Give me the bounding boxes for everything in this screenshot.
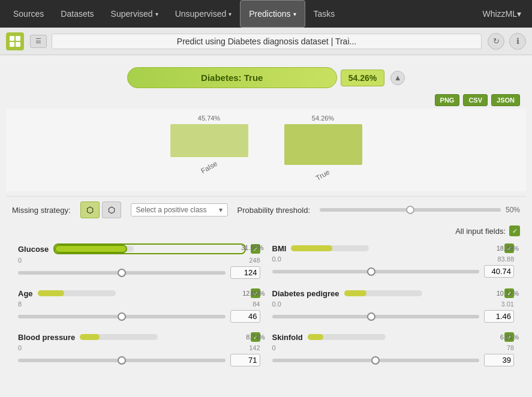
strategy-icon-2[interactable]: ⬡ [102,201,121,218]
field-bar-container-5: 6.91% [308,334,500,340]
field-slider-4[interactable] [18,359,226,362]
field-value-input-1[interactable] [484,265,514,278]
svg-rect-1 [16,36,20,41]
field-range-labels-4: 0 142 [18,344,260,351]
field-slider-row-5 [272,354,515,366]
probability-slider[interactable] [320,208,501,212]
all-input-fields-row: All input fields: ✓ [6,223,526,239]
field-pct-label-1: 18.39% [497,245,519,252]
all-input-checkbox[interactable]: ✓ [509,225,520,236]
info-icon[interactable]: ℹ [509,33,526,50]
field-value-input-5[interactable] [484,354,514,366]
strategy-icon-group: ⬡ ⬡ [80,201,121,218]
field-slider-row-1 [272,265,515,278]
nav-sources[interactable]: Sources [5,0,52,28]
field-pct-fill-5 [308,334,323,340]
field-range-labels-2: 8 84 [18,300,260,308]
field-slider-0[interactable] [18,271,226,275]
field-value-input-4[interactable] [230,354,260,366]
true-axis-label: True [314,168,331,182]
true-pct-label: 54.26% [312,115,334,122]
user-caret-icon: ▾ [517,9,521,19]
field-range-labels-1: 0.0 83.88 [272,255,515,263]
prediction-chart: 45.74% False 54.26% True [6,109,526,191]
field-name-4: Blood pressure [18,333,75,342]
field-slider-3[interactable] [272,315,480,318]
positive-class-select[interactable]: Select a positive class ▾ [131,203,228,216]
nav-datasets[interactable]: Datasets [52,0,102,28]
refresh-icon[interactable]: ↻ [488,33,504,50]
predictions-caret-icon: ▾ [293,11,296,17]
unsupervised-caret-icon: ▾ [229,11,232,17]
field-slider-row-3 [272,310,515,323]
field-bar-container-0: 31.55% [53,243,245,254]
field-slider-thumb-5[interactable] [371,356,380,365]
field-slider-thumb-0[interactable] [118,269,126,277]
field-slider-2[interactable] [18,315,226,318]
navbar: Sources Datasets Supervised ▾ Unsupervis… [0,0,532,28]
field-header-4: Blood pressure 8.74% ✓ [18,332,260,342]
export-csv-button[interactable]: CSV [463,94,488,106]
field-pct-bar-0 [56,246,134,252]
page-title: Predict using Diabetes diagnosis dataset… [52,34,482,49]
field-slider-thumb-4[interactable] [118,356,126,365]
probability-slider-thumb[interactable] [406,206,414,214]
export-png-button[interactable]: PNG [435,94,460,106]
field-slider-thumb-3[interactable] [367,312,375,321]
nav-user[interactable]: WhizzML ▾ [476,9,527,19]
all-input-label: All input fields: [455,227,506,236]
nav-unsupervised[interactable]: Unsupervised ▾ [167,0,241,28]
strategy-icon-1[interactable]: ⬡ [80,201,100,218]
field-name-5: Skinfold [272,333,303,342]
field-range-labels-3: 0.0 3.01 [272,300,515,308]
field-value-input-2[interactable] [230,310,260,323]
supervised-caret-icon: ▾ [155,11,158,17]
field-header-0: Glucose 31.55% ✓ [18,243,260,254]
field-pct-bar-3 [344,290,422,296]
field-pct-bar-2 [38,290,116,296]
field-slider-1[interactable] [272,270,480,273]
field-header-3: Diabetes pedigree 10.17% ✓ [272,288,515,298]
field-value-input-0[interactable] [230,266,260,279]
field-group-age: Age 12.00% ✓ 8 84 [12,284,266,327]
field-group-skinfold: Skinfold 6.91% ✓ 0 78 [266,327,521,371]
field-pct-label-4: 8.74% [246,333,265,341]
nav-predictions[interactable]: Predictions ▾ [240,0,305,28]
field-pct-fill-0 [56,246,126,252]
probability-pct-label: 50% [506,206,520,214]
prediction-pct-badge: 54.26% [341,70,384,86]
field-bar-container-2: 12.00% [38,290,246,296]
field-pct-fill-2 [38,290,64,296]
field-pct-fill-1 [291,245,332,251]
prediction-result-label: Diabetes: True [201,73,263,83]
field-slider-5[interactable] [272,359,480,362]
prediction-result-row: Diabetes: True 54.26% ▲ [6,67,526,88]
toolbar-action-icons: ↻ ℹ [488,33,526,50]
document-icon[interactable]: ☰ [30,35,47,48]
field-slider-row-4 [18,354,260,366]
field-name-2: Age [18,289,33,298]
nav-supervised[interactable]: Supervised ▾ [103,0,167,28]
field-pct-fill-3 [344,290,367,296]
true-bar [284,124,362,165]
field-slider-thumb-2[interactable] [118,312,126,321]
toolbar: ☰ Predict using Diabetes diagnosis datas… [0,28,532,55]
field-bar-container-1: 18.39% [291,245,500,251]
field-group-blood-pressure: Blood pressure 8.74% ✓ 0 142 [12,327,266,371]
svg-rect-0 [10,36,14,41]
export-json-button[interactable]: JSON [491,94,520,106]
false-pct-label: 45.74% [198,115,220,122]
fields-grid: Glucose 31.55% ✓ 0 248 BMI [6,239,526,371]
chart-true-group: 54.26% True [284,115,362,179]
field-pct-fill-4 [80,334,100,340]
field-slider-thumb-1[interactable] [367,267,375,276]
field-value-input-3[interactable] [484,310,514,323]
missing-strategy-label: Missing strategy: [12,206,71,215]
field-pct-label-0: 31.55% [241,244,263,251]
field-pct-bar-5 [308,334,386,340]
expand-button[interactable]: ▲ [390,71,405,85]
false-bar [170,124,248,157]
nav-tasks[interactable]: Tasks [305,0,344,28]
probability-slider-container: 50% [320,206,520,214]
chart-false-group: 45.74% False [170,115,248,179]
